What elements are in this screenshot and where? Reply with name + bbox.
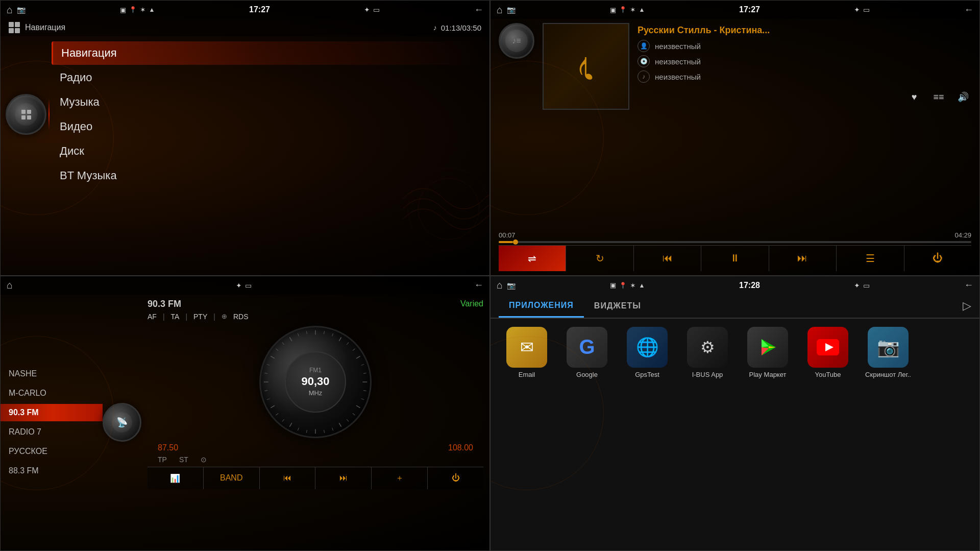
back-button-q3[interactable]: ← [474, 280, 483, 291]
menu-item-music[interactable]: Музыка [52, 90, 484, 114]
app-google[interactable]: G Google [559, 327, 615, 378]
next-button[interactable]: ⏭ [769, 246, 837, 271]
location-icon-q2: 📍 [619, 6, 627, 13]
radio-content: NASHE M-CARLO 90.3 FM RADIO 7 РУССКОЕ 88… [1, 295, 489, 551]
add-station-button[interactable]: ＋ [372, 467, 428, 489]
menu-item-radio[interactable]: Радио [52, 66, 484, 89]
band-button[interactable]: BAND [204, 467, 260, 489]
station-903fm[interactable]: 90.3 FM [1, 404, 103, 421]
pty-flag[interactable]: PTY [193, 313, 207, 321]
prev-button[interactable]: ⏮ [634, 246, 701, 271]
repeat-button[interactable]: ↻ [566, 246, 633, 271]
app-email[interactable]: ✉ Email [499, 327, 555, 378]
screenshot-label: Скриншот Лег.. [865, 371, 911, 378]
svg-line-28 [264, 390, 267, 391]
pause-button[interactable]: ⏸ [701, 246, 769, 271]
tab-widgets[interactable]: ВИДЖЕТЫ [584, 295, 651, 317]
station-radio7[interactable]: RADIO 7 [1, 423, 103, 441]
svg-line-27 [267, 398, 270, 399]
tp-flag[interactable]: TP [158, 456, 167, 464]
svg-line-31 [267, 364, 270, 365]
app-youtube[interactable]: YouTube [800, 327, 856, 378]
svg-line-13 [361, 398, 364, 399]
camera-icon-q4: 📷 [507, 281, 516, 290]
radio-knob[interactable]: 📡 [103, 403, 141, 442]
progress-bar[interactable] [499, 241, 971, 243]
home-icon-q3[interactable]: ⌂ [7, 279, 13, 291]
topbar-q1: ⌂ 📷 ▣ 📍 ✶ ▲ 17:27 ✦ ▭ ← [1, 1, 489, 19]
af-flag[interactable]: AF [148, 313, 157, 321]
svg-line-17 [339, 423, 341, 427]
station-nashe[interactable]: NASHE [1, 365, 103, 382]
music-knob[interactable]: ♪≡ [499, 23, 534, 59]
st-flag[interactable]: ST [179, 456, 188, 464]
battery-icon-q2: ▭ [863, 6, 870, 14]
play-store-icon[interactable]: ▷ [963, 299, 971, 313]
wifi-icon: ▲ [149, 6, 155, 13]
q1-header-time: 01:13/03:50 [441, 23, 481, 32]
station-883fm[interactable]: 88.3 FM [1, 462, 103, 480]
prev-station-button[interactable]: ⏮ [260, 467, 316, 489]
brightness-icon: ✦ [364, 6, 370, 14]
navigation-menu-panel: ⌂ 📷 ▣ 📍 ✶ ▲ 17:27 ✦ ▭ ← Навигация ♪ 01:1… [0, 0, 490, 276]
station-russkoe[interactable]: РУССКОЕ [1, 443, 103, 460]
menu-item-video[interactable]: Видео [52, 115, 484, 138]
svg-line-19 [324, 429, 325, 433]
svg-line-23 [289, 423, 291, 427]
home-icon-q4[interactable]: ⌂ [497, 279, 503, 291]
progress-dot [513, 239, 518, 245]
station-mcarlo[interactable]: M-CARLO [1, 385, 103, 402]
dial-unit: MHz [309, 389, 323, 397]
tuner-dial[interactable]: FM1 90,30 MHz [259, 326, 372, 438]
location-icon-q4: 📍 [619, 282, 627, 289]
svg-line-24 [282, 419, 284, 421]
app-gpstest[interactable]: 🌐 GpsTest [619, 327, 675, 378]
main-knob[interactable] [6, 94, 46, 135]
back-button-q1[interactable]: ← [474, 5, 483, 15]
svg-line-33 [276, 348, 278, 350]
time-q2: 17:27 [739, 5, 760, 14]
apps-grid: ✉ Email G Google 🌐 GpsTest [491, 319, 979, 387]
ibus-label: I-BUS App [692, 371, 723, 378]
volume-button[interactable]: 🔊 [955, 89, 971, 105]
svg-line-10 [363, 373, 366, 373]
artist-icon: 👤 [638, 40, 650, 52]
back-button-q4[interactable]: ← [964, 280, 973, 291]
svg-line-21 [306, 429, 307, 433]
svg-line-32 [271, 356, 275, 358]
cast-icon-q4: ▣ [610, 281, 616, 289]
loop-flag[interactable]: ⊙ [201, 456, 207, 464]
home-icon[interactable]: ⌂ [7, 4, 13, 16]
music-player-panel: ⌂ 📷 ▣ 📍 ✶ ▲ 17:27 ✦ ▭ ← ♪≡ [490, 0, 980, 276]
shuffle-button[interactable]: ⇌ [499, 246, 566, 271]
music-info: Русскии Стилль - Кристина... 👤 неизвестн… [638, 23, 971, 107]
ta-flag[interactable]: TA [171, 313, 180, 321]
tab-apps[interactable]: ПРИЛОЖЕНИЯ [499, 295, 584, 318]
back-button-q2[interactable]: ← [964, 5, 973, 15]
next-station-button[interactable]: ⏭ [315, 467, 372, 489]
artist-name: неизвестный [655, 42, 701, 51]
battery-icon-q4: ▭ [863, 281, 870, 290]
station-list: NASHE M-CARLO 90.3 FM RADIO 7 РУССКОЕ 88… [1, 295, 103, 551]
power-button-radio[interactable]: ⏻ [428, 467, 483, 489]
svg-line-26 [271, 405, 275, 408]
cast-icon-q2: ▣ [610, 6, 616, 14]
power-button-music[interactable]: ⏻ [904, 246, 971, 271]
rds-flag[interactable]: RDS [233, 313, 249, 321]
app-play-market[interactable]: Play Маркет [740, 327, 796, 378]
freq-low: 87.50 [158, 443, 178, 452]
radio-main: 90.3 FM Varied AF | TA | PTY | ⊕ RDS [141, 295, 489, 551]
bluetooth-icon-q4: ✶ [630, 281, 636, 290]
equalizer-radio-button[interactable]: 📊 [148, 467, 204, 489]
playlist-button[interactable]: ☰ [837, 246, 904, 271]
equalizer-button[interactable]: ≡≡ [930, 89, 947, 105]
app-screenshot[interactable]: 📷 Скриншот Лег.. [860, 327, 916, 378]
brightness-icon-q3: ✦ [236, 281, 242, 290]
app-ibus[interactable]: ⚙ I-BUS App [679, 327, 736, 378]
home-icon-q2[interactable]: ⌂ [497, 4, 503, 16]
dial-mode: FM1 [309, 367, 322, 374]
album-art: ♪ [543, 23, 629, 110]
svg-line-4 [332, 333, 333, 336]
like-button[interactable]: ♥ [906, 89, 922, 105]
menu-item-navigation[interactable]: Навигация [52, 41, 484, 65]
